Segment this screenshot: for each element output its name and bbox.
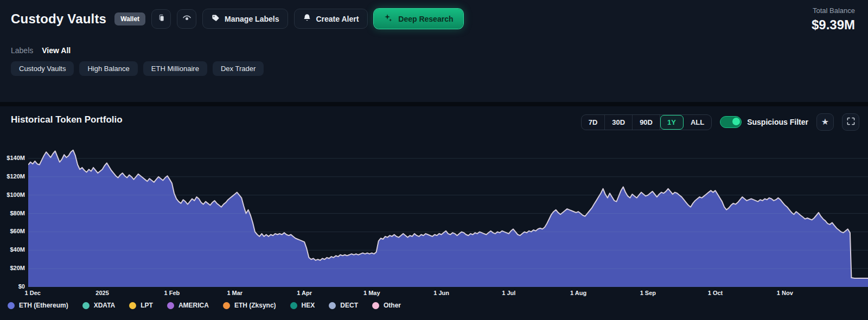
- legend-item[interactable]: Other: [372, 302, 401, 309]
- y-axis-label: $100M: [0, 191, 25, 198]
- legend-dot-icon: [82, 302, 90, 309]
- manage-labels-button[interactable]: Manage Labels: [202, 9, 288, 29]
- x-axis-label: 1 Mar: [216, 290, 254, 296]
- tag-icon: [212, 14, 220, 24]
- time-range-group: 7D 30D 90D 1Y ALL: [581, 114, 712, 130]
- tag-eth-millionaire[interactable]: ETH Millionaire: [143, 61, 207, 76]
- toggle-knob: [732, 118, 740, 125]
- sparkles-icon: [384, 14, 393, 24]
- legend-label: Other: [384, 302, 401, 309]
- legend-item[interactable]: AMERICA: [167, 302, 209, 309]
- tag-high-balance[interactable]: High Balance: [79, 61, 137, 76]
- x-axis-label: 1 Jul: [490, 290, 528, 296]
- legend-label: ETH (Zksync): [234, 302, 276, 309]
- deep-research-label: Deep Research: [398, 15, 453, 23]
- range-all-button[interactable]: ALL: [684, 115, 711, 130]
- portfolio-chart-card: Historical Token Portfolio 7D 30D 90D 1Y…: [0, 106, 868, 320]
- bell-icon: [303, 14, 311, 24]
- eye-icon: [182, 15, 192, 23]
- legend-label: XDATA: [94, 302, 116, 309]
- legend-item[interactable]: LPT: [129, 302, 153, 309]
- total-balance-label: Total Balance: [812, 7, 855, 15]
- legend-item[interactable]: XDATA: [82, 302, 116, 309]
- manage-labels-label: Manage Labels: [225, 15, 279, 23]
- create-alert-label: Create Alert: [316, 15, 359, 23]
- y-axis-label: $40M: [0, 246, 25, 253]
- x-axis-label: 2025: [84, 290, 122, 296]
- legend-item[interactable]: ETH (Zksync): [223, 302, 276, 309]
- range-30d-button[interactable]: 30D: [605, 115, 633, 130]
- x-axis-label: 1 May: [353, 290, 391, 296]
- tags-row: Custody Vaults High Balance ETH Milliona…: [11, 61, 264, 76]
- x-axis-label: 1 Aug: [559, 290, 597, 296]
- labels-row: Labels View All: [11, 46, 71, 55]
- wallet-header-card: Custody Vaults Wallet Manage Labels Crea…: [0, 0, 868, 102]
- labels-caption: Labels: [11, 46, 33, 55]
- legend-dot-icon: [8, 302, 15, 309]
- legend-item[interactable]: HEX: [290, 302, 315, 309]
- fullscreen-button[interactable]: [842, 113, 859, 131]
- page-title: Custody Vaults: [11, 11, 106, 27]
- y-axis-label: $80M: [0, 210, 25, 216]
- legend-dot-icon: [167, 302, 174, 309]
- tag-dex-trader[interactable]: Dex Trader: [213, 61, 264, 76]
- fullscreen-icon: [847, 117, 855, 127]
- y-axis-label: $20M: [0, 265, 25, 271]
- x-axis-label: 1 Sep: [629, 290, 667, 296]
- star-icon: ★: [821, 118, 829, 126]
- copy-icon: [157, 14, 165, 24]
- legend-label: DECT: [340, 302, 358, 309]
- wallet-badge: Wallet: [114, 12, 145, 25]
- legend-dot-icon: [290, 302, 297, 309]
- x-axis-label: 1 Apr: [285, 290, 323, 296]
- range-1y-button[interactable]: 1Y: [660, 115, 684, 130]
- chart-title: Historical Token Portfolio: [11, 114, 123, 125]
- portfolio-chart[interactable]: [28, 134, 868, 287]
- legend-item[interactable]: DECT: [329, 302, 358, 309]
- y-axis-label: $120M: [0, 173, 25, 180]
- legend-label: ETH (Ethereum): [19, 302, 68, 309]
- create-alert-button[interactable]: Create Alert: [294, 9, 368, 29]
- legend-label: AMERICA: [178, 302, 209, 309]
- y-axis-label: $0: [0, 283, 25, 290]
- chart-legend: ETH (Ethereum)XDATALPTAMERICAETH (Zksync…: [8, 302, 401, 309]
- legend-label: LPT: [141, 302, 153, 309]
- legend-dot-icon: [223, 302, 230, 309]
- total-balance-value: $9.39M: [812, 17, 855, 33]
- chart-controls: 7D 30D 90D 1Y ALL Suspicious Filter ★: [581, 113, 859, 131]
- header-row: Custody Vaults Wallet Manage Labels Crea…: [11, 9, 463, 29]
- legend-dot-icon: [372, 302, 379, 309]
- legend-label: HEX: [302, 302, 315, 309]
- x-axis-label: 1 Dec: [14, 290, 52, 296]
- suspicious-filter-label: Suspicious Filter: [747, 118, 808, 126]
- x-axis-label: 1 Jun: [423, 290, 461, 296]
- x-axis-label: 1 Feb: [153, 290, 191, 296]
- legend-item[interactable]: ETH (Ethereum): [8, 302, 68, 309]
- y-axis-label: $60M: [0, 228, 25, 234]
- copy-address-button[interactable]: [151, 9, 171, 29]
- suspicious-filter: Suspicious Filter: [720, 116, 808, 128]
- watch-wallet-button[interactable]: [177, 9, 196, 29]
- tag-custody-vaults[interactable]: Custody Vaults: [11, 61, 74, 76]
- x-axis-label: 1 Nov: [766, 290, 804, 296]
- y-axis-label: $140M: [0, 155, 25, 161]
- deep-research-button[interactable]: Deep Research: [374, 9, 463, 29]
- legend-dot-icon: [129, 302, 136, 309]
- legend-dot-icon: [329, 302, 336, 309]
- view-all-button[interactable]: View All: [42, 46, 71, 55]
- x-axis-label: 1 Oct: [697, 290, 735, 296]
- suspicious-filter-toggle[interactable]: [720, 116, 742, 128]
- range-7d-button[interactable]: 7D: [582, 115, 605, 130]
- total-balance: Total Balance $9.39M: [812, 7, 855, 33]
- favorite-button[interactable]: ★: [816, 113, 834, 131]
- range-90d-button[interactable]: 90D: [633, 115, 660, 130]
